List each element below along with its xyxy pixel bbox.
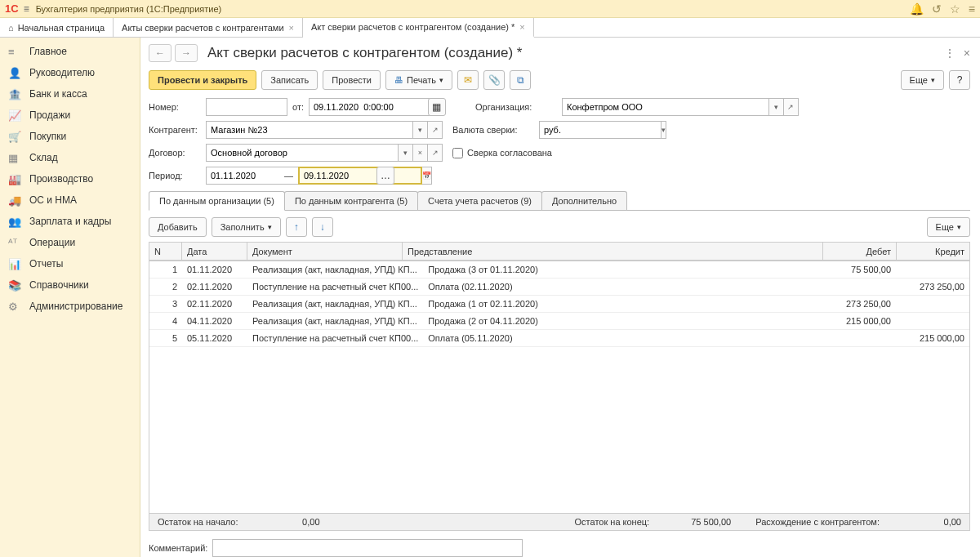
table-cell: Продажа (1 от 02.11.2020)	[423, 296, 822, 313]
sidebar-item[interactable]: 👥Зарплата и кадры	[0, 211, 140, 232]
sidebar-item[interactable]: 🏭Производство	[0, 168, 140, 189]
close-page-icon[interactable]: ×	[964, 47, 970, 60]
counterparty-input[interactable]	[206, 121, 413, 139]
open-icon[interactable]: ↗	[784, 98, 799, 116]
print-button[interactable]: 🖶 Печать ▾	[385, 70, 452, 90]
fill-button[interactable]: Заполнить ▾	[212, 217, 281, 237]
chevron-down-icon[interactable]: ▾	[769, 98, 784, 116]
sidebar-item[interactable]: 📚Справочники	[0, 274, 140, 296]
calendar-icon[interactable]: 📅	[422, 167, 432, 185]
sidebar-icon: 🚚	[8, 194, 23, 207]
chevron-down-icon[interactable]: ▾	[399, 144, 413, 162]
content-area: ← → Акт сверки расчетов с контрагентом (…	[140, 38, 980, 557]
diff-value: 0,00	[912, 517, 961, 527]
sidebar-item[interactable]: 👤Руководителю	[0, 62, 140, 83]
table-cell: Реализация (акт, накладная, УПД) КП...	[247, 261, 423, 278]
col-n[interactable]: N	[149, 243, 182, 261]
close-icon[interactable]: ×	[289, 23, 294, 33]
home-tab-label: Начальная страница	[18, 23, 105, 33]
table-cell: Оплата (05.11.2020)	[423, 330, 822, 347]
subtab-counterparty-data[interactable]: По данным контрагента (5)	[284, 191, 418, 210]
more-button[interactable]: Еще ▾	[901, 70, 944, 90]
currency-input[interactable]	[539, 121, 662, 139]
sidebar-icon: 🛒	[8, 131, 23, 143]
forward-button[interactable]: →	[175, 44, 198, 62]
col-debit[interactable]: Дебет	[823, 243, 897, 261]
post-and-close-button[interactable]: Провести и закрыть	[149, 70, 256, 90]
sidebar-item[interactable]: ⚙Администрирование	[0, 296, 140, 317]
more-icon[interactable]: ⋮	[944, 47, 956, 60]
sidebar-item[interactable]: ≡Главное	[0, 41, 140, 62]
sidebar-item[interactable]: 🏦Банк и касса	[0, 83, 140, 105]
table-cell	[896, 296, 969, 313]
subtab-accounts[interactable]: Счета учета расчетов (9)	[417, 191, 542, 210]
subtab-org-data[interactable]: По данным организации (5)	[149, 191, 285, 211]
table-more-button[interactable]: Еще ▾	[927, 217, 970, 237]
sidebar-icon: 📊	[8, 258, 23, 270]
sidebar-label: Продажи	[29, 109, 70, 121]
table-row[interactable]: 202.11.2020Поступление на расчетный счет…	[149, 278, 969, 296]
close-icon[interactable]: ×	[519, 22, 524, 32]
col-repr[interactable]: Представление	[403, 243, 823, 261]
table-body-scroll[interactable]: 101.11.2020Реализация (акт, накладная, У…	[149, 261, 970, 514]
contract-input[interactable]	[206, 144, 399, 162]
clear-icon[interactable]: ×	[413, 144, 428, 162]
sidebar-item[interactable]: ᴬᵀОперации	[0, 232, 140, 253]
open-icon[interactable]: ↗	[428, 121, 443, 139]
save-button[interactable]: Записать	[261, 70, 318, 90]
date-extra-button[interactable]: ▦	[428, 98, 446, 116]
form-row-contract: Договор: ▾ × ↗ Сверка согласована	[149, 144, 970, 162]
related-button[interactable]: ⧉	[510, 70, 531, 90]
add-row-button[interactable]: Добавить	[149, 217, 207, 237]
attach-button[interactable]: 📎	[483, 70, 505, 90]
data-table-header: N Дата Документ Представление Дебет Кред…	[149, 242, 970, 261]
table-cell: 2	[149, 278, 182, 296]
sidebar-item[interactable]: 🚚ОС и НМА	[0, 189, 140, 211]
sidebar-item[interactable]: 📈Продажи	[0, 105, 140, 126]
sidebar-item[interactable]: 📊Отчеты	[0, 253, 140, 274]
period-to-input[interactable]	[298, 167, 422, 185]
table-cell: Реализация (акт, накладная, УПД) КП...	[247, 313, 423, 330]
table-cell: 01.11.2020	[182, 261, 247, 278]
table-toolbar: Добавить Заполнить ▾ ↑ ↓ Еще ▾	[149, 217, 970, 237]
sidebar: ≡Главное👤Руководителю🏦Банк и касса📈Прода…	[0, 38, 140, 557]
form-row-period: Период: 📅 — 📅 …	[149, 167, 970, 185]
table-row[interactable]: 101.11.2020Реализация (акт, накладная, У…	[149, 261, 969, 278]
chevron-down-icon[interactable]: ▾	[413, 121, 428, 139]
table-row[interactable]: 404.11.2020Реализация (акт, накладная, У…	[149, 313, 969, 330]
settings-icon[interactable]: ≡	[969, 2, 975, 16]
move-up-button[interactable]: ↑	[286, 217, 307, 237]
col-credit[interactable]: Кредит	[897, 243, 970, 261]
table-row[interactable]: 505.11.2020Поступление на расчетный счет…	[149, 330, 969, 347]
sidebar-label: Операции	[29, 237, 75, 248]
org-input[interactable]	[562, 98, 769, 116]
open-icon[interactable]: ↗	[428, 144, 443, 162]
email-button[interactable]: ✉	[457, 70, 479, 90]
period-extra-button[interactable]: …	[376, 167, 394, 185]
bell-icon[interactable]: 🔔	[910, 2, 924, 16]
help-button[interactable]: ?	[949, 70, 970, 90]
back-button[interactable]: ←	[149, 44, 172, 62]
sidebar-item[interactable]: 🛒Покупки	[0, 126, 140, 147]
move-down-button[interactable]: ↓	[312, 217, 333, 237]
star-icon[interactable]: ☆	[950, 2, 960, 16]
subtab-additional[interactable]: Дополнительно	[541, 191, 627, 210]
approved-checkbox[interactable]	[452, 148, 463, 158]
sidebar-item[interactable]: ▦Склад	[0, 147, 140, 168]
tab-acts-list[interactable]: Акты сверки расчетов с контрагентами ×	[114, 18, 303, 37]
menu-icon[interactable]: ≡	[24, 3, 29, 15]
table-cell: 1	[149, 261, 182, 278]
tab-act-create[interactable]: Акт сверки расчетов с контрагентом (созд…	[303, 18, 534, 38]
home-tab[interactable]: ⌂ Начальная страница	[0, 18, 114, 37]
col-doc[interactable]: Документ	[247, 243, 403, 261]
comment-input[interactable]	[212, 539, 523, 557]
chevron-down-icon[interactable]: ▾	[662, 121, 666, 139]
col-date[interactable]: Дата	[182, 243, 247, 261]
sidebar-label: Отчеты	[29, 258, 63, 270]
number-input[interactable]	[206, 98, 287, 116]
titlebar: 1C ≡ Бухгалтерия предприятия (1С:Предпри…	[0, 0, 980, 18]
history-icon[interactable]: ↺	[932, 2, 942, 16]
date-input[interactable]	[309, 98, 431, 116]
table-row[interactable]: 302.11.2020Реализация (акт, накладная, У…	[149, 296, 969, 313]
post-button[interactable]: Провести	[323, 70, 381, 90]
